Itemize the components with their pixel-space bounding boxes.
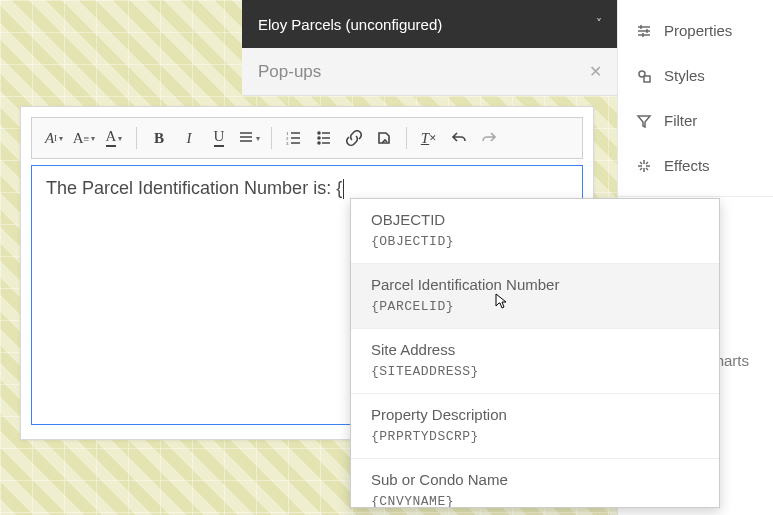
sparkle-icon (636, 158, 652, 174)
svg-text:3: 3 (286, 141, 289, 146)
sidebar-divider (618, 196, 773, 197)
dropdown-item[interactable]: Sub or Condo Name{CNVYNAME} (351, 459, 719, 507)
sliders-icon (636, 23, 652, 39)
link-button[interactable] (340, 124, 368, 152)
editor-toolbar: AI A≡ A B I U 123 T✕ (31, 117, 583, 159)
toolbar-separator (406, 127, 407, 149)
editor-brace: { (336, 178, 342, 198)
redo-button[interactable] (475, 124, 503, 152)
sidebar-item-styles[interactable]: Styles (618, 53, 773, 98)
dropdown-item-label: Parcel Identification Number (371, 276, 699, 293)
font-family-button[interactable]: A≡ (70, 124, 98, 152)
shapes-icon (636, 68, 652, 84)
svg-rect-1 (644, 76, 650, 82)
dropdown-item[interactable]: Property Description{PRPRTYDSCRP} (351, 394, 719, 459)
italic-button[interactable]: I (175, 124, 203, 152)
dropdown-item-token: {PARCELID} (371, 299, 699, 314)
sidebar-item-label: Styles (664, 67, 705, 84)
dropdown-item-label: Sub or Condo Name (371, 471, 699, 488)
svg-point-7 (318, 142, 320, 144)
dropdown-item-token: {PRPRTYDSCRP} (371, 429, 699, 444)
filter-icon (636, 113, 652, 129)
chevron-down-icon[interactable]: ˅ (596, 17, 602, 31)
dropdown-item[interactable]: Parcel Identification Number{PARCELID} (351, 264, 719, 329)
align-button[interactable] (235, 124, 263, 152)
bold-button[interactable]: B (145, 124, 173, 152)
font-color-button[interactable]: A (100, 124, 128, 152)
dropdown-item-token: {OBJECTID} (371, 234, 699, 249)
toolbar-separator (271, 127, 272, 149)
field-autocomplete-dropdown: OBJECTID{OBJECTID}Parcel Identification … (350, 198, 720, 508)
dropdown-item-label: Property Description (371, 406, 699, 423)
underline-button[interactable]: U (205, 124, 233, 152)
toolbar-separator (136, 127, 137, 149)
close-icon[interactable]: ✕ (589, 62, 602, 81)
subheader-title: Pop-ups (258, 62, 321, 82)
clear-format-button[interactable]: T✕ (415, 124, 443, 152)
text-caret (343, 179, 344, 199)
sidebar-item-filter[interactable]: Filter (618, 98, 773, 143)
font-size-button[interactable]: AI (40, 124, 68, 152)
svg-point-5 (318, 132, 320, 134)
undo-button[interactable] (445, 124, 473, 152)
dropdown-item[interactable]: OBJECTID{OBJECTID} (351, 199, 719, 264)
editor-text: The Parcel Identification Number is: (46, 178, 336, 198)
sidebar-item-properties[interactable]: Properties (618, 8, 773, 53)
dropdown-item-token: {CNVYNAME} (371, 494, 699, 507)
popups-subheader: Pop-ups ✕ (242, 48, 618, 96)
dropdown-item-label: Site Address (371, 341, 699, 358)
dropdown-scroll[interactable]: OBJECTID{OBJECTID}Parcel Identification … (351, 199, 719, 507)
svg-point-6 (318, 137, 320, 139)
dropdown-item[interactable]: Site Address{SITEADDRESS} (351, 329, 719, 394)
dropdown-item-label: OBJECTID (371, 211, 699, 228)
sidebar-item-label: Filter (664, 112, 697, 129)
layer-header[interactable]: Eloy Parcels (unconfigured) ˅ (242, 0, 618, 48)
sidebar-item-label: Properties (664, 22, 732, 39)
unordered-list-button[interactable] (310, 124, 338, 152)
ordered-list-button[interactable]: 123 (280, 124, 308, 152)
layer-title: Eloy Parcels (unconfigured) (258, 16, 442, 33)
insert-field-button[interactable] (370, 124, 398, 152)
dropdown-item-token: {SITEADDRESS} (371, 364, 699, 379)
sidebar-item-effects[interactable]: Effects (618, 143, 773, 188)
sidebar-item-label: Effects (664, 157, 710, 174)
